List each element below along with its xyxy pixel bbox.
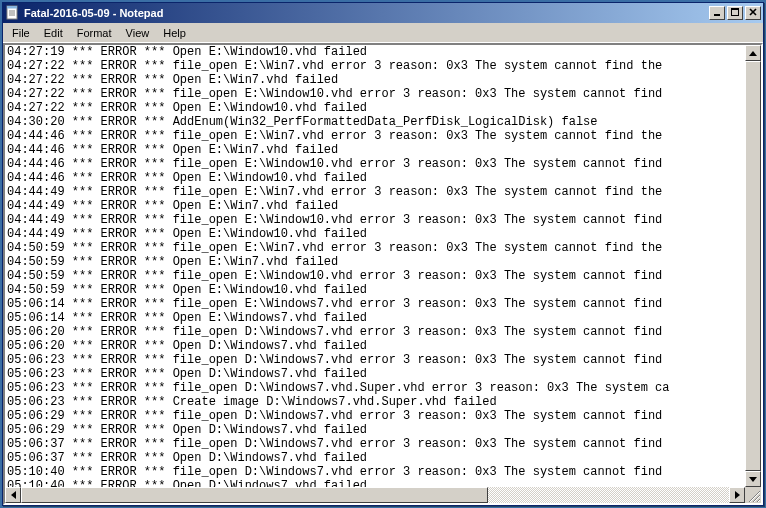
vertical-scroll-thumb[interactable] [745,61,761,471]
window-title: Fatal-2016-05-09 - Notepad [24,7,707,19]
vertical-scrollbar[interactable] [745,45,761,487]
svg-rect-5 [714,14,720,16]
resize-grip[interactable] [745,487,761,503]
title-bar[interactable]: Fatal-2016-05-09 - Notepad [3,3,763,23]
text-area[interactable]: 04:27:19 *** ERROR *** Open E:\Window10.… [5,45,761,503]
menu-view[interactable]: View [119,25,157,41]
client-area: 04:27:19 *** ERROR *** Open E:\Window10.… [3,43,763,505]
minimize-button[interactable] [709,6,725,20]
notepad-window: Fatal-2016-05-09 - Notepad File Edit For… [2,2,764,506]
vertical-scroll-track[interactable] [745,61,761,471]
scroll-left-button[interactable] [5,487,21,503]
scroll-up-button[interactable] [745,45,761,61]
scroll-down-button[interactable] [745,471,761,487]
scroll-right-button[interactable] [729,487,745,503]
maximize-button[interactable] [727,6,743,20]
menu-bar: File Edit Format View Help [3,23,763,43]
menu-edit[interactable]: Edit [37,25,70,41]
notepad-icon [5,5,21,21]
horizontal-scroll-thumb[interactable] [21,487,488,503]
menu-file[interactable]: File [5,25,37,41]
horizontal-scrollbar[interactable] [5,487,745,503]
window-controls [707,6,761,20]
svg-rect-1 [7,6,17,9]
menu-help[interactable]: Help [156,25,193,41]
close-button[interactable] [745,6,761,20]
menu-format[interactable]: Format [70,25,119,41]
horizontal-scroll-track[interactable] [21,487,729,503]
svg-rect-7 [731,8,739,10]
